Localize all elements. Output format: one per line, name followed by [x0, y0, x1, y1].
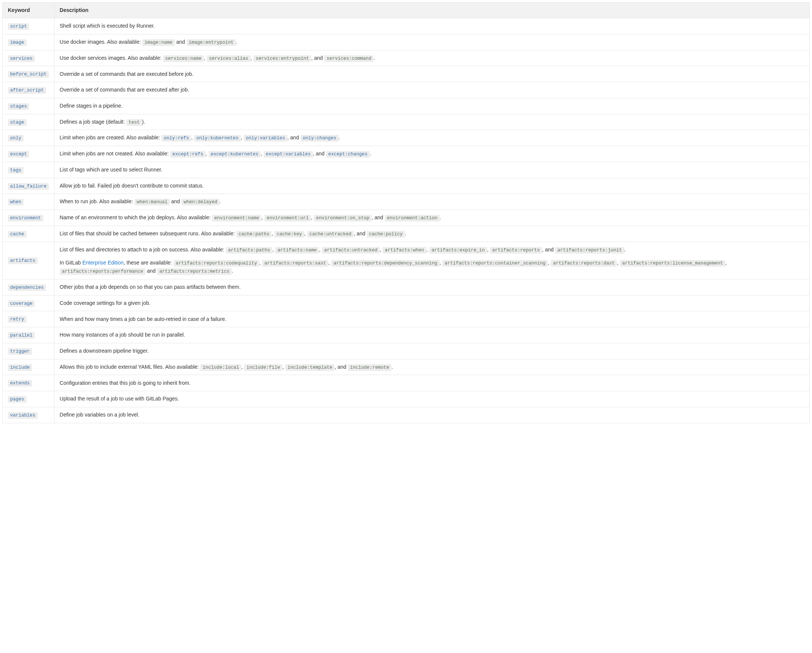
- description-text: .: [440, 215, 441, 221]
- keyword-cell: only: [3, 130, 55, 146]
- description-cell: Define stages in a pipeline.: [54, 98, 809, 114]
- description-cell: List of files and directories to attach …: [54, 242, 809, 279]
- keyword-code[interactable]: before_script: [8, 71, 49, 78]
- keyword-code[interactable]: script: [8, 23, 29, 30]
- keyword-code[interactable]: only: [8, 135, 24, 142]
- code-link[interactable]: except:variables: [264, 151, 313, 158]
- description-paragraph: Defines a job stage (default: test).: [60, 118, 804, 126]
- keyword-code[interactable]: when: [8, 199, 24, 205]
- code-literal: artifacts:reports:performance: [60, 268, 146, 275]
- table-row: scriptShell script which is executed by …: [3, 18, 810, 34]
- keyword-cell: allow_failure: [3, 178, 55, 194]
- keyword-code[interactable]: trigger: [8, 348, 32, 355]
- keyword-code[interactable]: pages: [8, 396, 26, 403]
- keyword-code[interactable]: except: [8, 151, 29, 158]
- table-row: exceptLimit when jobs are not created. A…: [3, 146, 810, 162]
- code-link[interactable]: only:variables: [244, 135, 287, 142]
- code-link[interactable]: except:refs: [170, 151, 206, 158]
- code-link[interactable]: only:refs: [162, 135, 191, 142]
- description-cell: Allows this job to include external YAML…: [54, 359, 809, 375]
- keyword-code[interactable]: artifacts: [8, 257, 38, 264]
- keyword-cell: image: [3, 34, 55, 50]
- description-paragraph: Code coverage settings for a given job.: [60, 299, 804, 307]
- table-row: after_scriptOverride a set of commands t…: [3, 82, 810, 98]
- keyword-code[interactable]: cache: [8, 231, 26, 237]
- description-paragraph: Shell script which is executed by Runner…: [60, 22, 804, 30]
- description-cell: How many instances of a job should be ru…: [54, 327, 809, 343]
- description-text: Define job variables on a job level.: [60, 412, 139, 418]
- description-text: , and: [334, 364, 348, 370]
- description-cell: Configuration entries that this job is g…: [54, 375, 809, 391]
- code-link[interactable]: except:kubernetes: [209, 151, 261, 158]
- table-row: stagesDefine stages in a pipeline.: [3, 98, 810, 114]
- description-paragraph: Allows this job to include external YAML…: [60, 363, 804, 371]
- keyword-cell: script: [3, 18, 55, 34]
- keyword-code[interactable]: include: [8, 364, 32, 371]
- description-text: , and: [542, 247, 555, 253]
- description-cell: When to run job. Also available: when:ma…: [54, 194, 809, 210]
- description-text: List of files and directories to attach …: [60, 247, 226, 253]
- description-cell: Override a set of commands that are exec…: [54, 66, 809, 82]
- keyword-code[interactable]: extends: [8, 380, 32, 387]
- code-literal: environment:on_stop: [314, 215, 372, 222]
- keyword-code[interactable]: parallel: [8, 332, 35, 339]
- description-cell: Use docker images. Also available: image…: [54, 34, 809, 50]
- keyword-code[interactable]: coverage: [8, 300, 35, 307]
- keyword-code[interactable]: image: [8, 39, 26, 46]
- table-row: imageUse docker images. Also available: …: [3, 34, 810, 50]
- keyword-code[interactable]: variables: [8, 412, 38, 419]
- keyword-code[interactable]: services: [8, 55, 35, 62]
- keyword-code[interactable]: stages: [8, 103, 29, 110]
- description-text: and: [175, 39, 186, 45]
- code-link[interactable]: except:changes: [326, 151, 370, 158]
- description-text: Name of an environment to which the job …: [60, 215, 212, 221]
- keyword-cell: tags: [3, 162, 55, 178]
- code-literal: services:entrypoint: [253, 55, 311, 62]
- code-literal: artifacts:reports:dast: [551, 260, 617, 267]
- code-literal: artifacts:reports:metrics: [157, 268, 232, 275]
- description-text: .: [405, 230, 406, 236]
- description-text: .: [391, 364, 393, 370]
- description-text: ,: [725, 260, 727, 266]
- code-link[interactable]: only:changes: [301, 135, 339, 142]
- code-literal: cache:paths: [236, 231, 272, 237]
- code-literal: artifacts:reports: [490, 247, 542, 254]
- description-text: ,: [259, 260, 262, 266]
- description-text: .: [232, 268, 233, 274]
- description-text: When and how many times a job can be aut…: [60, 316, 227, 322]
- table-row: variablesDefine job variables on a job l…: [3, 407, 810, 423]
- description-cell: Limit when jobs are created. Also availa…: [54, 130, 809, 146]
- table-row: stageDefines a job stage (default: test)…: [3, 114, 810, 130]
- description-cell: Other jobs that a job depends on so that…: [54, 279, 809, 295]
- description-cell: Defines a job stage (default: test).: [54, 114, 809, 130]
- inline-link[interactable]: Enterprise Edition: [82, 260, 124, 266]
- description-text: .: [236, 39, 237, 45]
- description-paragraph: Define job variables on a job level.: [60, 411, 804, 419]
- description-cell: Upload the result of a job to use with G…: [54, 391, 809, 407]
- keyword-cell: dependencies: [3, 279, 55, 295]
- description-text: , and: [372, 215, 385, 221]
- code-link[interactable]: only:kubernetes: [194, 135, 241, 142]
- code-literal: include:remote: [348, 364, 391, 371]
- description-text: ,: [617, 260, 620, 266]
- description-text: Override a set of commands that are exec…: [60, 71, 194, 77]
- keyword-code[interactable]: after_script: [8, 87, 46, 94]
- keyword-code[interactable]: stage: [8, 119, 26, 126]
- description-text: When to run job. Also available:: [60, 198, 134, 204]
- code-literal: include:file: [244, 364, 282, 371]
- description-cell: Allow job to fail. Failed job doesn't co…: [54, 178, 809, 194]
- keyword-code[interactable]: tags: [8, 167, 24, 174]
- description-paragraph: Name of an environment to which the job …: [60, 214, 804, 222]
- description-paragraph: Define stages in a pipeline.: [60, 102, 804, 110]
- keyword-code[interactable]: allow_failure: [8, 183, 49, 190]
- description-text: ,: [548, 260, 551, 266]
- description-paragraph: List of files that should be cached betw…: [60, 230, 804, 238]
- keywords-table: Keyword Description scriptShell script w…: [2, 2, 810, 423]
- code-literal: environment:name: [212, 215, 261, 222]
- code-literal: artifacts:reports:container_scanning: [442, 260, 548, 267]
- keyword-code[interactable]: dependencies: [8, 284, 46, 291]
- description-paragraph: Upload the result of a job to use with G…: [60, 395, 804, 403]
- keyword-code[interactable]: environment: [8, 215, 43, 222]
- table-row: environmentName of an environment to whi…: [3, 210, 810, 226]
- keyword-code[interactable]: retry: [8, 316, 26, 323]
